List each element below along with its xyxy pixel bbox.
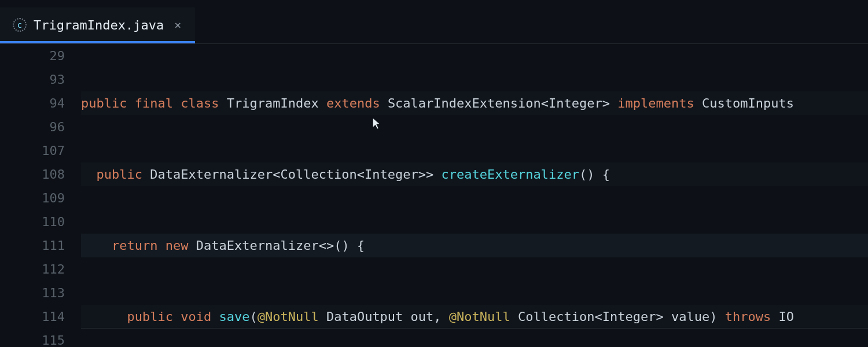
line-number[interactable]: 114 bbox=[0, 305, 65, 328]
mouse-cursor-icon bbox=[372, 117, 382, 131]
line-number[interactable]: 108 bbox=[0, 163, 65, 186]
sticky-scope-line: public void save(@NotNull DataOutput out… bbox=[81, 305, 868, 328]
line-number[interactable]: 94 bbox=[0, 91, 65, 115]
line-number[interactable]: 112 bbox=[0, 257, 65, 281]
line-number[interactable]: 111 bbox=[0, 234, 65, 257]
line-number[interactable]: 93 bbox=[0, 68, 65, 91]
file-tab-trigramindex[interactable]: c TrigramIndex.java × bbox=[0, 8, 195, 43]
tab-title: TrigramIndex.java bbox=[34, 18, 164, 32]
code-editor[interactable]: 29 93 94 96 107 108 109 110 111 112 113 … bbox=[0, 44, 868, 347]
line-number[interactable]: 115 bbox=[0, 328, 65, 347]
line-number-gutter: 29 93 94 96 107 108 109 110 111 112 113 … bbox=[0, 44, 81, 347]
java-class-icon: c bbox=[13, 18, 27, 32]
close-icon[interactable]: × bbox=[174, 18, 181, 32]
code-area[interactable]: public final class TrigramIndex extends … bbox=[81, 44, 868, 347]
sticky-scope-line: return new DataExternalizer<>() { bbox=[81, 234, 868, 257]
line-number[interactable]: 113 bbox=[0, 281, 65, 305]
line-number[interactable]: 96 bbox=[0, 115, 65, 139]
line-number[interactable]: 107 bbox=[0, 139, 65, 163]
sticky-scope-line: public DataExternalizer<Collection<Integ… bbox=[81, 163, 868, 186]
line-number[interactable]: 109 bbox=[0, 186, 65, 210]
line-number[interactable]: 29 bbox=[0, 44, 65, 68]
sticky-scope-line: public final class TrigramIndex extends … bbox=[81, 91, 868, 115]
line-number[interactable]: 110 bbox=[0, 210, 65, 234]
tab-bar: c TrigramIndex.java × bbox=[0, 0, 868, 44]
